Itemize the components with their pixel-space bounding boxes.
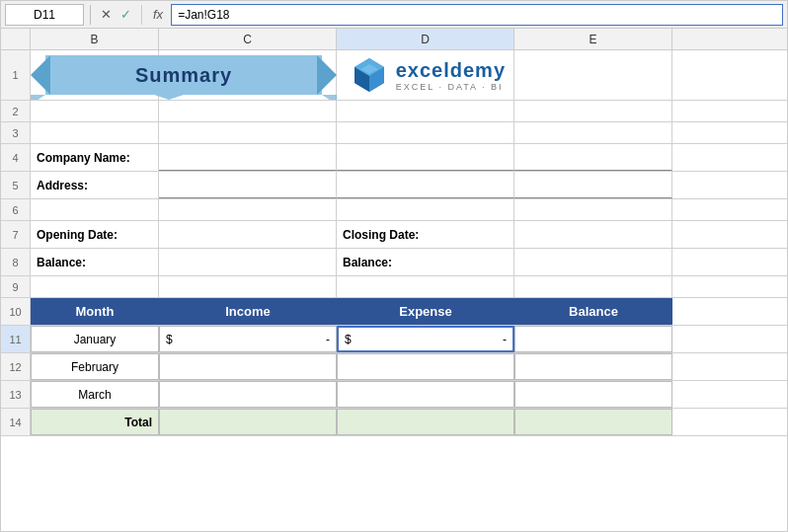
cell-e11-balance[interactable] (514, 326, 672, 352)
rownum-4: 4 (1, 144, 31, 171)
cell-e1[interactable] (514, 50, 672, 100)
cell-c12[interactable] (159, 353, 337, 380)
cell-d12[interactable] (337, 353, 514, 380)
col-header-row: B C D E (1, 29, 787, 50)
cell-b7-opening-label[interactable]: Opening Date: (31, 221, 159, 248)
cell-d10-expense-header[interactable]: Expense (337, 298, 514, 325)
formula-bar: D11 ✕ ✓ fx (1, 1, 787, 29)
dollar-sign-2: $ (345, 333, 352, 346)
cell-b14-total[interactable]: Total (31, 409, 159, 435)
cell-b8-balance-label[interactable]: Balance: (31, 249, 159, 275)
cell-e12[interactable] (514, 353, 672, 380)
rownum-11: 11 (1, 326, 31, 352)
cell-c1[interactable]: Summary (159, 50, 337, 100)
cell-b10-month-header[interactable]: Month (31, 298, 159, 325)
row-1: 1 (1, 50, 787, 101)
formula-bar-icons: ✕ ✓ (97, 7, 134, 22)
cell-c13[interactable] (159, 381, 337, 408)
cell-e14-total-balance[interactable] (514, 409, 672, 435)
cell-d11-expense[interactable]: $ - (337, 326, 514, 352)
cell-c8[interactable] (159, 249, 337, 275)
cell-c10-income-header[interactable]: Income (159, 298, 337, 325)
row-num-header (1, 29, 31, 49)
cell-e9[interactable] (514, 276, 672, 297)
rownum-13: 13 (1, 381, 31, 408)
cell-b9[interactable] (31, 276, 159, 297)
cell-b12-february[interactable]: February (31, 353, 159, 380)
row-8: 8 Balance: Balance: (1, 249, 787, 276)
cell-d3[interactable] (337, 122, 514, 143)
cell-c9[interactable] (159, 276, 337, 297)
svg-marker-2 (317, 55, 337, 95)
cell-b2[interactable] (31, 101, 159, 121)
confirm-icon[interactable]: ✓ (117, 7, 134, 22)
name-box[interactable]: D11 (5, 4, 84, 26)
cell-e2[interactable] (514, 101, 672, 121)
cell-b6[interactable] (31, 199, 159, 220)
rownum-6: 6 (1, 199, 31, 220)
cell-d14-total-expense[interactable] (337, 409, 514, 435)
cell-d2[interactable] (337, 101, 514, 121)
rownum-14: 14 (1, 409, 31, 435)
cell-d5[interactable] (337, 172, 514, 198)
cell-d1[interactable]: exceldemy EXCEL · DATA · BI (337, 50, 514, 100)
rownum-5: 5 (1, 172, 31, 198)
rownum-3: 3 (1, 122, 31, 143)
row-10: 10 Month Income Expense Balance (1, 298, 787, 326)
banner-text: Summary (135, 64, 232, 87)
cell-d6[interactable] (337, 199, 514, 220)
cell-c6[interactable] (159, 199, 337, 220)
row-3: 3 (1, 122, 787, 144)
cell-d7-closing-label[interactable]: Closing Date: (337, 221, 514, 248)
cell-e6[interactable] (514, 199, 672, 220)
col-header-d[interactable]: D (337, 29, 514, 49)
cell-d9[interactable] (337, 276, 514, 297)
cell-b3[interactable] (31, 122, 159, 143)
cell-b11-january[interactable]: January (31, 326, 159, 352)
col-header-c[interactable]: C (159, 29, 337, 49)
row-6: 6 (1, 199, 787, 221)
row-11: 11 January $ - $ - (1, 326, 787, 353)
row-12: 12 February (1, 353, 787, 381)
cell-b4-company-label[interactable]: Company Name: (31, 144, 159, 171)
col-header-e[interactable]: E (514, 29, 672, 49)
cell-b5-address-label[interactable]: Address: (31, 172, 159, 198)
cell-d8-balance-label[interactable]: Balance: (337, 249, 514, 275)
cell-e13[interactable] (514, 381, 672, 408)
cell-c14-total-income[interactable] (159, 409, 337, 435)
cell-d4[interactable] (337, 144, 514, 171)
cancel-icon[interactable]: ✕ (97, 7, 115, 22)
row-13: 13 March (1, 381, 787, 409)
row-9: 9 (1, 276, 787, 298)
dollar-sign-1: $ (166, 333, 173, 346)
rownum-9: 9 (1, 276, 31, 297)
logo-cube-icon (351, 56, 388, 94)
cell-e7[interactable] (514, 221, 672, 248)
cell-e10-balance-header[interactable]: Balance (514, 298, 672, 325)
row-7: 7 Opening Date: Closing Date: (1, 221, 787, 249)
cell-c5[interactable] (159, 172, 337, 198)
row-4: 4 Company Name: (1, 144, 787, 172)
sheet-area: B C D E 1 (1, 29, 787, 531)
row-5: 5 Address: (1, 172, 787, 199)
rownum-10: 10 (1, 298, 31, 325)
cell-e8[interactable] (514, 249, 672, 275)
col-header-b[interactable]: B (31, 29, 159, 49)
cell-c7[interactable] (159, 221, 337, 248)
cell-e3[interactable] (514, 122, 672, 143)
svg-marker-4 (322, 95, 337, 100)
cell-c11-income[interactable]: $ - (159, 326, 337, 352)
cell-c2[interactable] (159, 101, 337, 121)
rownum-8: 8 (1, 249, 31, 275)
svg-marker-1 (31, 55, 50, 95)
cell-e5[interactable] (514, 172, 672, 198)
cell-e4[interactable] (514, 144, 672, 171)
cell-d13[interactable] (337, 381, 514, 408)
logo-area: exceldemy EXCEL · DATA · BI (343, 56, 506, 94)
cell-b13-march[interactable]: March (31, 381, 159, 408)
formula-input[interactable] (171, 4, 783, 26)
cell-c4[interactable] (159, 144, 337, 171)
logo-name: exceldemy (396, 59, 506, 82)
cell-c3[interactable] (159, 122, 337, 143)
row-2: 2 (1, 101, 787, 122)
